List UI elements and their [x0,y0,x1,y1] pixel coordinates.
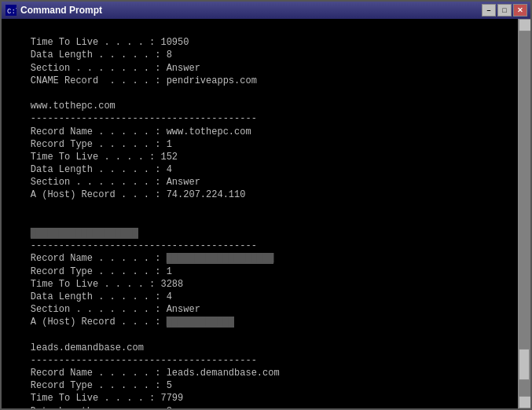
title-bar: C:\ Command Prompt – □ ✕ [2,2,530,19]
scroll-thumb[interactable] [519,349,530,380]
redacted-domain-1: ██████████████ ████ [31,228,138,239]
close-button[interactable]: ✕ [513,4,527,16]
svg-text:C:\: C:\ [7,8,17,16]
redacted-domain-2: ██████████████ ████ [167,253,274,264]
scrollbar[interactable]: ▲ ▼ [518,19,530,408]
maximize-button[interactable]: □ [497,4,512,16]
redacted-ip: ██ ██ ███ ██ [167,317,234,328]
window-title: Command Prompt [20,5,482,16]
content-area: Time To Live . . . . : 10950 Data Length… [2,19,530,408]
minimize-button[interactable]: – [482,4,496,16]
scroll-up-arrow[interactable]: ▲ [519,19,531,31]
command-prompt-window: C:\ Command Prompt – □ ✕ Time To Live . … [0,0,532,410]
console-output[interactable]: Time To Live . . . . : 10950 Data Length… [2,19,518,408]
window-controls: – □ ✕ [482,4,527,16]
cmd-icon: C:\ [5,4,17,16]
scroll-track[interactable] [519,31,530,396]
scroll-down-arrow[interactable]: ▼ [519,396,531,408]
